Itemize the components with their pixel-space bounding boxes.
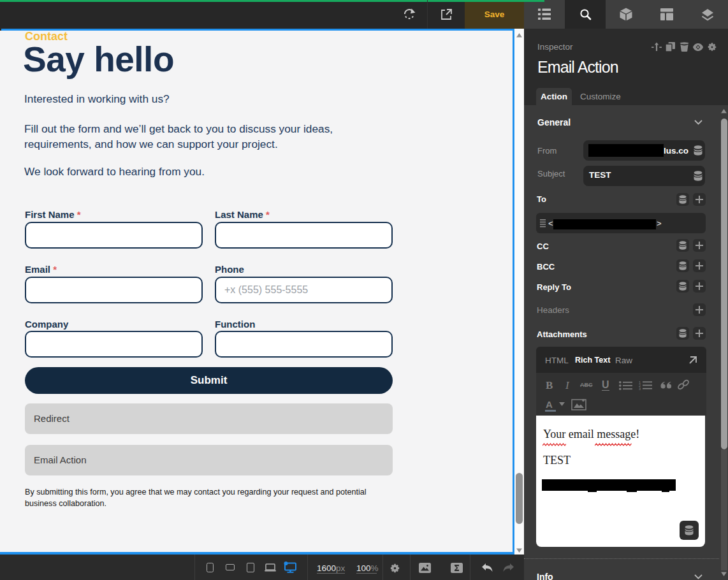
svg-text:3: 3 [639,387,641,390]
